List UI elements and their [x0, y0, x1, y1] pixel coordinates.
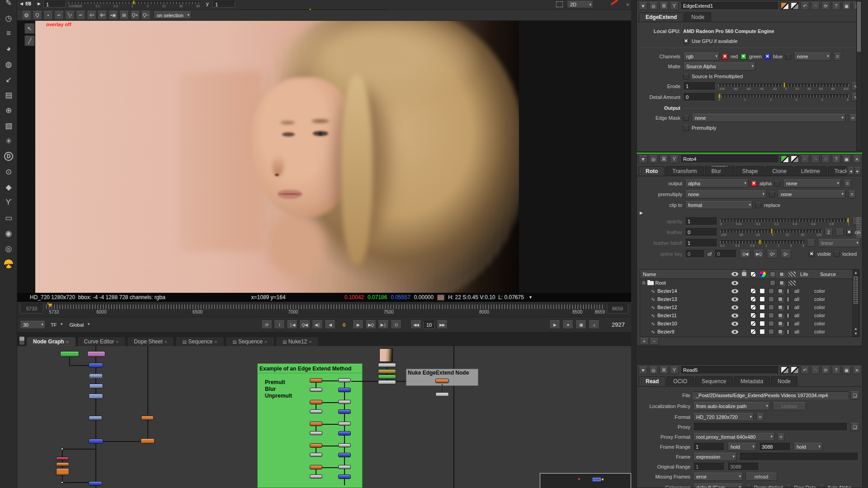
proxy-field[interactable]: [693, 423, 848, 431]
tab-sequence-2[interactable]: ▤ Sequence ✕: [226, 337, 274, 346]
life-bar-icon[interactable]: [787, 305, 789, 310]
playhead[interactable]: [48, 304, 52, 307]
node[interactable]: [338, 388, 351, 392]
flipbook-icon[interactable]: ⇣: [589, 320, 599, 329]
red-checkbox[interactable]: [722, 54, 728, 60]
tab-motion-blur[interactable]: Motion Blur: [705, 166, 735, 176]
original-range-start[interactable]: 1: [693, 463, 725, 471]
revert-button[interactable]: ⟳: [821, 2, 830, 10]
file-path-field[interactable]: _Post/2D/assets/Edge_Extend/Pexels Video…: [693, 391, 848, 399]
collapse-panel-button[interactable]: ▼: [639, 2, 647, 10]
tab-sequence[interactable]: Sequence: [695, 376, 733, 386]
color-toggle[interactable]: [760, 321, 765, 326]
tf-dropdown[interactable]: TF: [48, 321, 64, 329]
close-panel-button[interactable]: ✕: [853, 366, 861, 374]
visibility-column-icon[interactable]: [731, 272, 738, 276]
node[interactable]: [338, 474, 351, 479]
undo-button[interactable]: ↶: [801, 155, 809, 163]
pane-grip-icon[interactable]: [19, 336, 25, 345]
wrench-button[interactable]: ϒ: [670, 366, 679, 374]
auto-alpha-checkbox[interactable]: [819, 485, 825, 488]
proxy-browse-button[interactable]: ❏: [850, 423, 859, 431]
mask-dropdown[interactable]: none: [783, 179, 841, 188]
color-toggle[interactable]: [760, 288, 765, 294]
close-icon[interactable]: ✕: [116, 340, 119, 344]
panel-color-button[interactable]: [781, 366, 789, 374]
table-row[interactable]: ∿Bezier12 all color: [640, 303, 859, 311]
help-button[interactable]: ?: [832, 2, 840, 10]
node-graph-minimap[interactable]: [540, 473, 631, 488]
node[interactable]: [338, 400, 351, 404]
close-icon[interactable]: ✕: [214, 340, 218, 344]
opacity-input[interactable]: 1: [685, 217, 717, 225]
node[interactable]: [141, 438, 155, 444]
keyer-icon[interactable]: ↙: [2, 73, 15, 86]
node[interactable]: [310, 431, 322, 435]
panel-color-button[interactable]: [781, 155, 789, 163]
skip-fwd-button[interactable]: ▶▶: [437, 320, 448, 329]
transform-icon[interactable]: ⊕: [2, 104, 15, 117]
center-node-button[interactable]: ◎: [649, 366, 658, 374]
tab-roto[interactable]: Roto: [639, 166, 665, 176]
annotate-pen-icon[interactable]: [610, 0, 618, 5]
debug-button[interactable]: Ӝ: [660, 2, 668, 10]
layers-toggle[interactable]: [778, 321, 783, 326]
pointer-tool-button[interactable]: ↖: [24, 23, 35, 34]
hatch-toggle[interactable]: [788, 281, 796, 286]
node[interactable]: [310, 422, 322, 426]
section-expander-icon[interactable]: ▶: [640, 211, 643, 215]
mask-channel-dropdown[interactable]: none: [794, 52, 831, 61]
tab-clone[interactable]: Clone: [765, 166, 793, 176]
node-edgeextend[interactable]: [435, 379, 449, 383]
key-add-icon[interactable]: Ϙ+: [130, 11, 140, 20]
toolsets-icon[interactable]: ϒ: [2, 196, 15, 209]
table-row[interactable]: ∿Bezier9 all color: [640, 328, 859, 336]
node[interactable]: [435, 392, 449, 397]
matte-toggle[interactable]: [769, 305, 774, 310]
tab-node[interactable]: Node: [684, 12, 711, 22]
visibility-toggle[interactable]: [731, 297, 738, 301]
viewer-image[interactable]: [35, 21, 519, 293]
panel-grip[interactable]: [856, 217, 862, 238]
frame-back-button[interactable]: ◀❘: [312, 320, 323, 329]
equals-button[interactable]: =: [834, 53, 841, 61]
node-graph-pane[interactable]: Example of an Edge Extend Method Premult…: [17, 346, 631, 488]
edge-mask-checkbox[interactable]: [683, 115, 689, 121]
key-first-icon[interactable]: Ϙ◀: [740, 250, 750, 258]
particles-icon[interactable]: ✳: [2, 135, 15, 147]
color-toggle[interactable]: [760, 296, 765, 302]
node[interactable]: [338, 409, 351, 414]
node[interactable]: [310, 409, 322, 413]
matte-toggle[interactable]: [769, 313, 774, 318]
mask-channel-checkbox[interactable]: [785, 54, 791, 60]
table-row[interactable]: ∿Bezier11 all color: [640, 311, 859, 319]
blue-checkbox[interactable]: [764, 54, 770, 60]
close-panel-button[interactable]: ✕: [853, 155, 861, 163]
format-dropdown[interactable]: HD_720 1280x720: [693, 413, 754, 421]
node[interactable]: [141, 416, 154, 420]
merge-icon[interactable]: ▤: [2, 89, 15, 101]
panel-color-button[interactable]: [781, 2, 789, 9]
channels-dropdown[interactable]: rgb: [683, 52, 719, 61]
premult-mask-dropdown[interactable]: none: [778, 190, 845, 198]
feather-value-button[interactable]: 2: [825, 229, 833, 236]
marquee-icon[interactable]: [556, 1, 563, 7]
table-scrollbar[interactable]: ▲ ▲ ▼: [853, 270, 859, 337]
life-bar-icon[interactable]: [787, 297, 789, 302]
table-row[interactable]: ⊟ Root: [640, 279, 859, 287]
proxy-format-dropdown[interactable]: root.proxy_format 640x480: [693, 433, 774, 441]
key-icon[interactable]: Ϙ: [33, 11, 42, 20]
color-column-icon[interactable]: [760, 271, 766, 277]
tab-tracking[interactable]: Tracking: [828, 166, 847, 176]
equals-button[interactable]: =: [848, 191, 856, 198]
range-io-button[interactable]: I: [274, 320, 285, 329]
blend-toggle[interactable]: [750, 313, 756, 318]
visibility-toggle[interactable]: [731, 314, 738, 318]
center-node-button[interactable]: ◎: [649, 2, 658, 10]
node[interactable]: [89, 384, 103, 389]
elbow-dot[interactable]: [61, 448, 63, 450]
gear-icon[interactable]: ⚙: [22, 11, 31, 20]
tab-nuke12[interactable]: ▤ Nuke12 ✕: [276, 337, 319, 346]
spline-total-input[interactable]: 0: [714, 250, 737, 258]
node-name-field[interactable]: Read5: [680, 366, 779, 374]
